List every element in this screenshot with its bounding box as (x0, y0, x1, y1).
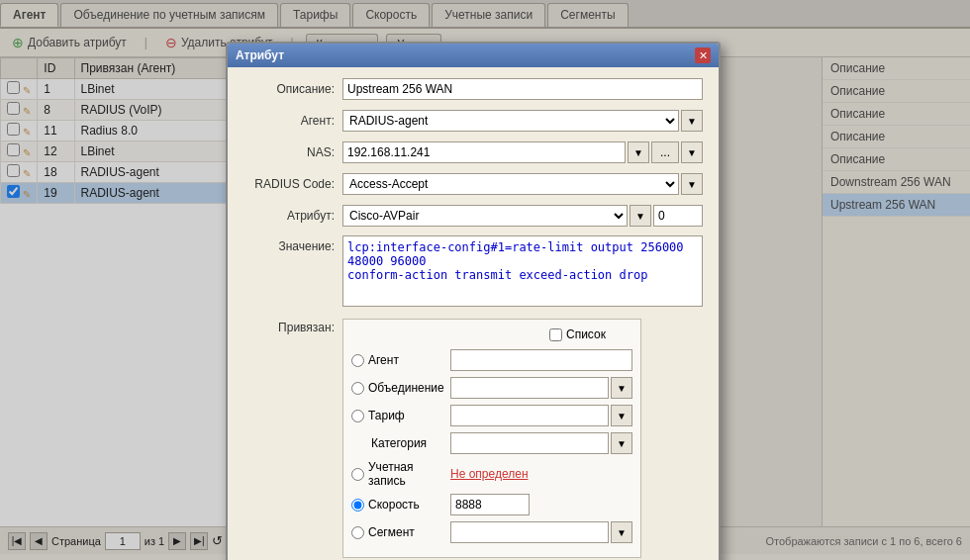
radio-segment[interactable] (351, 526, 364, 539)
category-dropdown-btn[interactable]: ▼ (611, 432, 632, 454)
tariff-linked-input[interactable] (450, 405, 609, 426)
attribute-label: Атрибут: (243, 209, 342, 223)
main-window: Агент Объединение по учетным записям Тар… (0, 0, 970, 560)
radio-account[interactable] (351, 468, 364, 481)
attribute-row: Атрибут: Cisco-AVPair ▼ (243, 204, 703, 228)
radio-segment-label: Сегмент (368, 525, 415, 539)
category-label: Категория (371, 436, 427, 450)
radio-union[interactable] (351, 382, 364, 395)
category-label-space: Категория (351, 436, 450, 450)
union-control-group: ▼ (450, 377, 632, 399)
radius-code-group: Access-Accept ▼ (342, 173, 703, 195)
modal-title-bar: Атрибут ✕ (228, 44, 719, 67)
nas-dots-btn[interactable]: ... (651, 141, 679, 163)
modal-close-button[interactable]: ✕ (695, 47, 711, 63)
attribute-select[interactable]: Cisco-AVPair (342, 205, 628, 227)
linked-segment-row: Сегмент ▼ (351, 521, 632, 543)
category-control-group: ▼ (450, 432, 632, 454)
nas-group: ▼ ... ▼ (342, 141, 703, 163)
linked-label: Привязан: (243, 315, 342, 334)
agent-select-group: RADIUS-agent ▼ (342, 110, 703, 132)
radio-agent[interactable] (351, 354, 364, 367)
linked-header: Список (351, 327, 632, 341)
segment-linked-input[interactable] (450, 521, 609, 543)
radio-union-label: Объединение (368, 381, 444, 395)
nas-input[interactable] (342, 141, 626, 163)
description-input[interactable] (342, 78, 703, 100)
union-dropdown-btn[interactable]: ▼ (611, 377, 632, 399)
radio-segment-group: Сегмент (351, 525, 450, 539)
radio-speed-label: Скорость (368, 498, 420, 512)
radio-union-group: Объединение (351, 381, 450, 395)
modal-overlay: Атрибут ✕ Описание: Агент: RADIUS-agent (0, 0, 970, 560)
radius-code-row: RADIUS Code: Access-Accept ▼ (243, 172, 703, 196)
attribute-dropdown-btn[interactable]: ▼ (630, 205, 651, 227)
radio-speed[interactable] (351, 499, 364, 512)
linked-category-row: Категория ▼ (351, 432, 632, 454)
linked-account-row: Учетная запись Не определен (351, 460, 632, 488)
category-linked-input[interactable] (450, 432, 609, 454)
list-checkbox-label: Список (566, 327, 606, 341)
radius-code-label: RADIUS Code: (243, 177, 342, 191)
account-undefined-link[interactable]: Не определен (450, 467, 529, 481)
radio-tariff[interactable] (351, 410, 364, 422)
agent-dropdown-btn[interactable]: ▼ (681, 110, 703, 132)
value-label: Значение: (243, 235, 342, 253)
value-textarea[interactable]: lcp:interface-config#1=rate-limit output… (342, 235, 703, 307)
list-checkbox-group: Список (549, 327, 606, 341)
modal-body: Описание: Агент: RADIUS-agent ▼ NAS: (228, 67, 719, 560)
modal-title: Атрибут (236, 48, 284, 62)
tariff-control-group: ▼ (450, 405, 632, 426)
nas-label: NAS: (243, 145, 342, 159)
radio-account-group: Учетная запись (351, 460, 450, 488)
linked-speed-row: Скорость (351, 494, 632, 515)
radio-account-label: Учетная запись (368, 460, 450, 488)
attribute-group: Cisco-AVPair ▼ (342, 205, 703, 227)
description-row: Описание: (243, 77, 703, 101)
speed-input[interactable] (450, 494, 530, 515)
value-row: Значение: lcp:interface-config#1=rate-li… (243, 235, 703, 307)
tariff-dropdown-btn[interactable]: ▼ (611, 405, 632, 426)
radio-tariff-group: Тариф (351, 409, 450, 422)
segment-dropdown-btn[interactable]: ▼ (611, 521, 632, 543)
linked-union-row: Объединение ▼ (351, 377, 632, 399)
radio-agent-group: Агент (351, 353, 450, 367)
radio-tariff-label: Тариф (368, 409, 405, 422)
linked-row-outer: Привязан: Список (243, 315, 703, 558)
nas-dropdown-btn2[interactable]: ▼ (681, 141, 703, 163)
radio-agent-label: Агент (368, 353, 399, 367)
attribute-modal: Атрибут ✕ Описание: Агент: RADIUS-agent (226, 42, 721, 560)
segment-control-group: ▼ (450, 521, 632, 543)
description-label: Описание: (243, 82, 342, 96)
linked-agent-row: Агент (351, 349, 632, 371)
list-checkbox[interactable] (549, 328, 562, 341)
linked-section: Список Агент (342, 319, 641, 558)
agent-label: Агент: (243, 114, 342, 128)
attribute-number-input[interactable] (653, 205, 703, 227)
agent-row: Агент: RADIUS-agent ▼ (243, 109, 703, 133)
radius-code-dropdown-btn[interactable]: ▼ (681, 173, 703, 195)
radius-code-select[interactable]: Access-Accept (342, 173, 679, 195)
agent-select[interactable]: RADIUS-agent (342, 110, 679, 132)
union-linked-input[interactable] (450, 377, 609, 399)
nas-dropdown-btn[interactable]: ▼ (628, 141, 649, 163)
linked-tariff-row: Тариф ▼ (351, 405, 632, 426)
radio-speed-group: Скорость (351, 498, 450, 512)
nas-row: NAS: ▼ ... ▼ (243, 140, 703, 164)
agent-linked-input[interactable] (450, 349, 632, 371)
